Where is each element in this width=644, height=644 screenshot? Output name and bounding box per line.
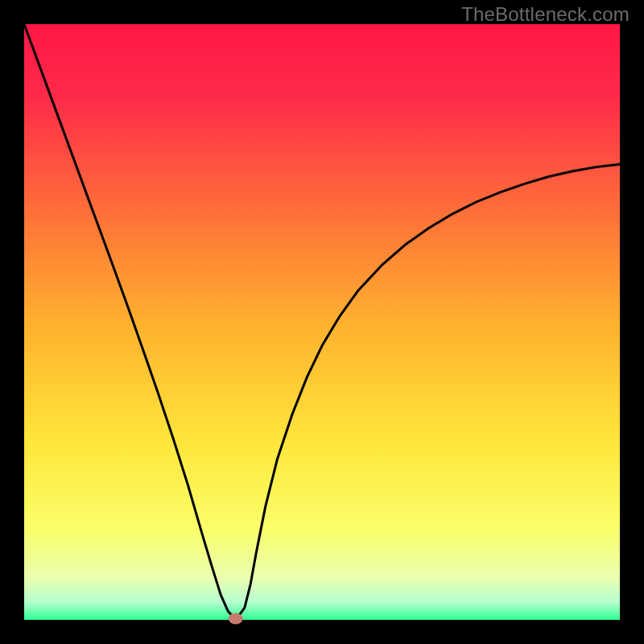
chart-root: TheBottleneck.com [0, 0, 644, 644]
watermark-text: TheBottleneck.com [461, 3, 630, 26]
optimal-point-marker [229, 613, 243, 625]
chart-background [24, 24, 620, 620]
bottleneck-chart [0, 0, 644, 644]
